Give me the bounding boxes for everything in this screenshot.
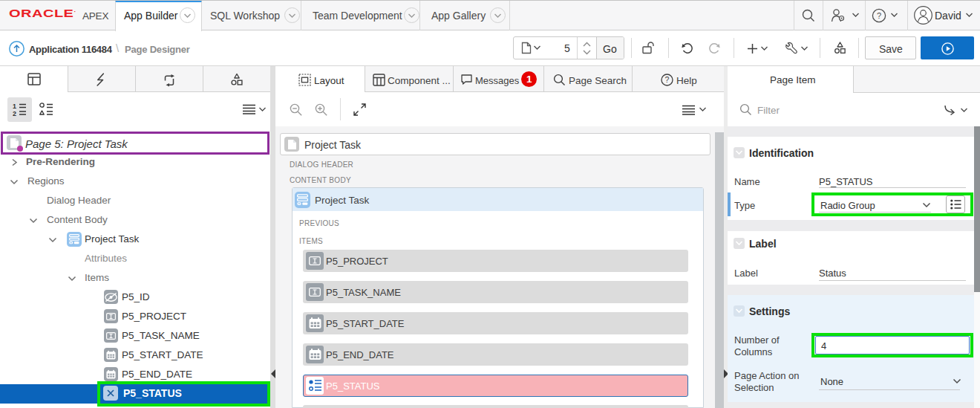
svg-text:?: ? [665,75,670,84]
svg-text:1: 1 [13,103,16,110]
svg-text:2: 2 [13,110,16,117]
svg-text:?: ? [877,11,881,20]
